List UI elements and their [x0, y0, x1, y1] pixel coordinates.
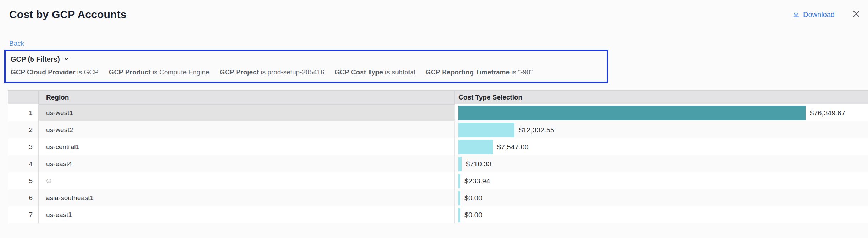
row-number: 3: [8, 138, 39, 155]
filter-list: GCP Cloud Provider is GCPGCP Product is …: [11, 68, 601, 76]
back-link[interactable]: Back: [9, 40, 24, 47]
cost-bar[interactable]: [458, 123, 514, 137]
row-number: 2: [8, 121, 39, 138]
filter-condition: is prod-setup-205416: [259, 68, 324, 76]
filter-group-box: GCP (5 Filters) GCP Cloud Provider is GC…: [4, 50, 608, 83]
region-column-header[interactable]: Region: [39, 91, 455, 104]
region-name: us-central1: [46, 143, 79, 151]
region-name: us-east4: [46, 160, 72, 168]
cost-bar[interactable]: [458, 174, 460, 188]
filter-chip: GCP Cost Type is subtotal: [335, 68, 415, 76]
cost-value-label: $710.33: [466, 160, 491, 168]
filter-condition: is "-90": [510, 68, 533, 76]
chevron-down-icon: [63, 55, 69, 63]
table-row[interactable]: 5∅$233.94: [8, 172, 868, 189]
region-cell[interactable]: us-west2: [39, 121, 455, 138]
region-name: asia-southeast1: [46, 194, 94, 202]
cost-bar[interactable]: [458, 191, 460, 205]
table-row[interactable]: 2us-west2$12,332.55: [8, 121, 868, 138]
region-cell[interactable]: ∅: [39, 172, 455, 189]
row-number: 5: [8, 172, 39, 189]
cost-bar[interactable]: [458, 140, 493, 154]
cost-bar-cell: $7,547.00: [455, 138, 868, 155]
row-number: 6: [8, 189, 39, 206]
filter-summary-label: GCP (5 Filters): [11, 55, 60, 63]
table-body: 1us-west1$76,349.672us-west2$12,332.553u…: [8, 104, 868, 223]
cost-bar-cell: $0.00: [455, 189, 868, 206]
filter-chip: GCP Project is prod-setup-205416: [219, 68, 324, 76]
region-cell[interactable]: asia-southeast1: [39, 189, 455, 206]
cost-value-label: $12,332.55: [519, 126, 554, 134]
panel-header: Cost by GCP Accounts Download: [0, 0, 868, 21]
cost-bar-cell: $233.94: [455, 172, 868, 189]
region-name: us-east1: [46, 211, 72, 219]
region-name: us-west1: [46, 109, 73, 117]
table-row[interactable]: 1us-west1$76,349.67: [8, 104, 868, 121]
download-label: Download: [803, 11, 835, 19]
close-icon: [852, 9, 861, 20]
filter-condition: is GCP: [75, 68, 98, 76]
filter-condition: is Compute Engine: [151, 68, 210, 76]
filter-name: GCP Cost Type: [335, 68, 383, 76]
row-number-column-header: [8, 91, 39, 104]
cost-bar[interactable]: [458, 208, 460, 222]
filter-name: GCP Reporting Timeframe: [425, 68, 510, 76]
region-cell[interactable]: us-east4: [39, 155, 455, 172]
cost-value-label: $76,349.67: [810, 109, 845, 117]
table-row[interactable]: 6asia-southeast1$0.00: [8, 189, 868, 206]
page-title: Cost by GCP Accounts: [9, 8, 127, 21]
download-button[interactable]: Download: [792, 11, 835, 19]
cost-bar-cell: $76,349.67: [455, 104, 868, 121]
filter-chip: GCP Product is Compute Engine: [109, 68, 210, 76]
cost-value-label: $7,547.00: [497, 143, 529, 151]
cost-bar[interactable]: [458, 157, 462, 171]
cost-bar-cell: $12,332.55: [455, 121, 868, 138]
cost-value-label: $0.00: [464, 211, 482, 219]
row-number: 1: [8, 104, 39, 121]
row-number: 4: [8, 155, 39, 172]
table-row[interactable]: 3us-central1$7,547.00: [8, 138, 868, 155]
cost-bar[interactable]: [458, 106, 806, 120]
filter-name: GCP Product: [109, 68, 151, 76]
row-number: 7: [8, 206, 39, 223]
filter-condition: is subtotal: [383, 68, 415, 76]
region-cell[interactable]: us-east1: [39, 206, 455, 223]
table-header-row: Region Cost Type Selection: [8, 90, 868, 104]
cost-report-panel: Cost by GCP Accounts Download: [0, 0, 868, 223]
empty-set-symbol: ∅: [46, 177, 52, 185]
region-name: us-west2: [46, 126, 73, 134]
cost-bar-cell: $710.33: [455, 155, 868, 172]
filter-summary-toggle[interactable]: GCP (5 Filters): [11, 55, 69, 63]
header-actions: Download: [792, 9, 861, 20]
filter-name: GCP Project: [219, 68, 259, 76]
cost-type-selection-column-header[interactable]: Cost Type Selection: [455, 91, 868, 104]
cost-value-label: $233.94: [464, 177, 490, 185]
table-row[interactable]: 7us-east1$0.00: [8, 206, 868, 223]
cost-table: Region Cost Type Selection 1us-west1$76,…: [8, 90, 868, 223]
close-button[interactable]: [852, 9, 861, 20]
table-row[interactable]: 4us-east4$710.33: [8, 155, 868, 172]
filter-chip: GCP Cloud Provider is GCP: [11, 68, 99, 76]
region-cell[interactable]: us-west1: [39, 104, 455, 121]
download-icon: [792, 11, 800, 18]
region-cell[interactable]: us-central1: [39, 138, 455, 155]
cost-value-label: $0.00: [464, 194, 482, 202]
cost-bar-cell: $0.00: [455, 206, 868, 223]
filter-chip: GCP Reporting Timeframe is "-90": [425, 68, 533, 76]
filter-name: GCP Cloud Provider: [11, 68, 75, 76]
